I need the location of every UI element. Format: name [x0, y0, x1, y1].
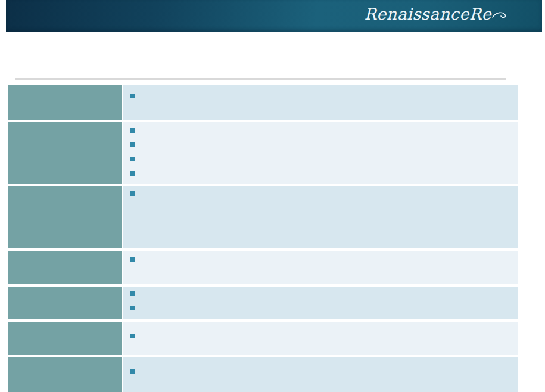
- bullet-square-icon: [130, 334, 135, 338]
- bullet-item: [123, 123, 518, 138]
- table-row: [8, 357, 518, 392]
- row-header-cell: [8, 357, 122, 392]
- bullet-item: [123, 166, 518, 181]
- bullet-square-icon: [130, 171, 135, 176]
- bullet-item: [123, 329, 518, 343]
- content-table: [8, 85, 518, 392]
- bullet-item: [123, 287, 518, 301]
- row-header-cell: [8, 122, 122, 184]
- bullet-square-icon: [130, 291, 135, 296]
- table-row: [8, 322, 518, 355]
- bullet-square-icon: [130, 157, 135, 161]
- row-content-cell: [123, 287, 518, 319]
- row-content-cell: [123, 322, 518, 355]
- row-content-cell: [123, 251, 518, 284]
- bullet-item: [123, 89, 518, 103]
- bullet-item: [123, 138, 518, 152]
- bullet-item: [123, 364, 518, 378]
- title-divider: [15, 78, 506, 80]
- row-header-cell: [8, 251, 122, 284]
- bullet-square-icon: [130, 257, 135, 262]
- company-logo: RenaissanceRe: [364, 5, 507, 23]
- row-content-cell: [123, 186, 518, 248]
- bullet-square-icon: [130, 128, 135, 133]
- table-row: [8, 85, 518, 120]
- company-logo-text: RenaissanceRe: [364, 5, 491, 23]
- bullet-item: [123, 152, 518, 166]
- row-header-cell: [8, 186, 122, 248]
- row-content-cell: [123, 85, 518, 120]
- bullet-square-icon: [130, 191, 135, 196]
- bullet-square-icon: [130, 142, 135, 147]
- row-content-cell: [123, 122, 518, 184]
- bullet-square-icon: [130, 369, 135, 374]
- logo-swash-icon: [492, 10, 507, 23]
- bullet-square-icon: [130, 306, 135, 310]
- header-bar: RenaissanceRe: [6, 0, 542, 32]
- row-header-cell: [8, 287, 122, 319]
- table-row: [8, 251, 518, 284]
- bullet-item: [123, 253, 518, 267]
- table-row: [8, 287, 518, 319]
- row-content-cell: [123, 357, 518, 392]
- bullet-square-icon: [130, 94, 135, 98]
- table-row: [8, 122, 518, 184]
- table-row: [8, 186, 518, 248]
- row-header-cell: [8, 322, 122, 355]
- bullet-item: [123, 301, 518, 315]
- bullet-item: [123, 186, 518, 201]
- row-header-cell: [8, 85, 122, 120]
